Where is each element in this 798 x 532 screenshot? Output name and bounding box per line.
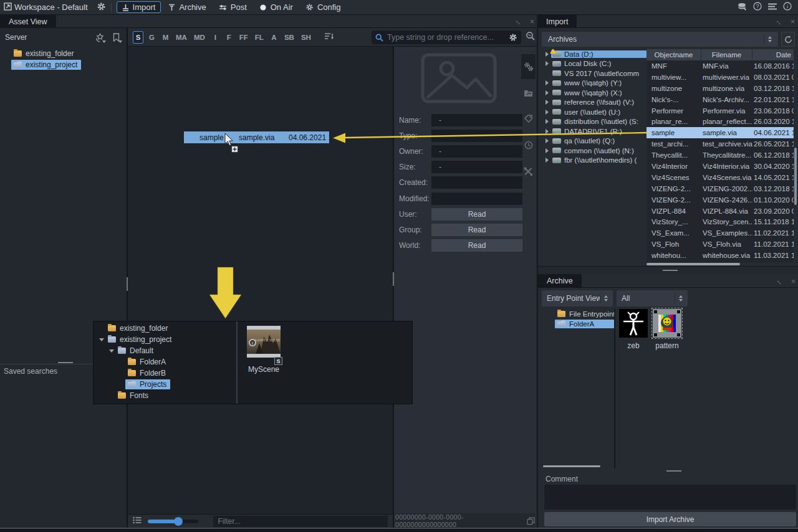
archive-table-row[interactable]: test_archi...test_archive.via26.05.2021 … [647,138,794,150]
drive-row-qa-autlet[interactable]: qa (\\autlet) (Q:) [541,136,647,146]
archive-filter-dropdown[interactable]: All [617,290,688,306]
archive-table-row[interactable]: multiview...multiviewer.via08.03.2021 0 [647,72,794,83]
thumbnail-pattern[interactable] [653,309,681,338]
bookmark-icon[interactable] [110,32,122,43]
archive-table-row[interactable]: planar_re...planar_reflect...26.03.2020 … [647,116,794,127]
entry-tree-row-foldera[interactable]: FolderA [541,319,614,329]
import-archive-button[interactable]: Import Archive [544,512,796,526]
filter-input[interactable]: Filter... [213,516,388,527]
workspace-label[interactable]: Workspace - Default [14,2,88,12]
list-view-icon[interactable] [133,516,142,526]
entry-tree-scrollbar[interactable] [543,465,612,468]
project-tree-item[interactable]: existing_folder [105,323,171,333]
drive-item[interactable]: VS 2017 (\\autlet\comm [551,70,642,77]
archive-table-row[interactable]: Viz4ScenesViz4Scenes.via14.05.2021 1 [647,172,794,183]
comment-textarea[interactable] [544,485,796,510]
drive-item[interactable]: Local Disk (C:) [551,60,613,67]
asset-view-expand-icon[interactable]: ↔ [514,17,523,26]
archives-dropdown[interactable]: Archives [542,32,778,47]
drive-item[interactable]: reference (\\fsaut) (V:) [551,98,637,106]
menu-archive-button[interactable]: Archive [163,2,211,12]
drive-item[interactable]: www (\\qatgh) (X:) [551,89,625,97]
asset-view-close-icon[interactable]: × [527,17,537,26]
advanced-search-icon[interactable] [526,31,536,43]
archive-table-row[interactable]: PerformerPerformer.via23.06.2018 0 [647,105,794,116]
drive-row-datadrive1[interactable]: DATADRIVE1 (R:) [541,126,647,136]
archive-table-row[interactable]: samplesample.via04.06.2021 1 [647,127,794,138]
entry-tree-row-file-entrypoint[interactable]: File Entrypoint [541,309,614,319]
archive-table-row[interactable]: VS_Exam...VS_Examples....11.02.2021 1 [647,227,794,239]
drive-row-data-d[interactable]: Data (D:) [541,49,647,59]
drive-row-distribution[interactable]: distribution (\\autlet) (S: [541,117,647,127]
archive-table-row[interactable]: VizStory_...VizStory_scen...15.11.2018 1 [647,216,794,227]
thumbnail-zeb[interactable] [619,309,648,338]
type-filter-sb[interactable]: SB [282,31,296,44]
archive-table-row[interactable]: VIZPL-884VIZPL-884.via23.09.2020 0 [647,206,794,217]
drive-item[interactable]: common (\\autlet) (N:) [551,147,637,154]
archive-table-row[interactable]: Theycallit...Theycallitatre...06.12.2018… [647,150,794,161]
import-expand-icon[interactable]: ↔ [774,17,784,26]
search-input[interactable]: Type string or drop reference... [372,31,521,44]
tab-asset-view[interactable]: Asset View [0,15,56,28]
type-filter-f[interactable]: F [224,31,234,44]
settings-gears-icon[interactable] [521,54,536,79]
caret-right-icon[interactable] [543,158,551,163]
archive-table-header[interactable]: Objectname Filename Date [647,49,794,60]
archive-table-row[interactable]: VS_FlohVS_Floh.via11.02.2021 1 [647,239,794,250]
drive-item[interactable]: user (\\autlet) (U:) [551,108,623,116]
caret-right-icon[interactable] [543,80,551,85]
project-tree-row-foldera[interactable]: FolderA [94,356,236,368]
info-icon[interactable]: i [783,2,792,12]
dragged-asset-row[interactable]: sample sample.via 04.06.2021 1 [184,131,329,143]
type-filter-md[interactable]: MD [192,31,207,44]
sort-order-icon[interactable] [325,32,334,42]
copy-icon[interactable] [527,517,535,525]
caret-right-icon[interactable] [543,148,551,153]
caret-right-icon[interactable] [543,119,551,124]
drive-item[interactable]: Data (D:) [551,50,647,58]
project-tree-row-fonts[interactable]: Fonts [94,390,236,401]
help-icon[interactable]: ? [753,2,762,12]
archive-table-row[interactable]: VIZENG-2...VIZENG-2002...03.12.2018 1 [647,183,794,194]
folder-view-icon[interactable] [521,80,536,105]
type-filter-a[interactable]: A [269,31,279,44]
project-tree-row-folderb[interactable]: FolderB [94,368,236,379]
project-tree-item[interactable]: Fonts [115,391,152,401]
project-tree-item[interactable]: Default [115,346,157,356]
entry-tree-item[interactable]: File Entrypoint [555,310,614,318]
column-objectname[interactable]: Objectname [647,49,701,60]
drive-item[interactable]: distribution (\\autlet) (S: [551,118,641,125]
type-filter-g[interactable]: G [147,31,157,44]
comment-splitter-handle[interactable] [666,470,681,472]
type-filter-fl[interactable]: FL [253,31,266,44]
tab-archive[interactable]: Archive [538,274,582,287]
slider-thumb[interactable] [174,517,183,526]
project-tree-row-existing-folder[interactable]: existing_folder [94,323,236,334]
caret-down-icon[interactable] [97,338,105,341]
caret-right-icon[interactable] [543,110,551,115]
drive-row-user-autl[interactable]: user (\\autlet) (U:) [541,107,647,117]
history-clock-icon[interactable] [521,133,536,158]
archive-table-row[interactable]: Nick's-...Nick's-Archiv...22.01.2021 1 [647,94,794,105]
entry-point-view-dropdown[interactable]: Entry Point View [542,290,613,306]
search-settings-gear-icon[interactable] [509,33,517,42]
import-close-icon[interactable]: × [788,17,797,26]
drive-row-www-qatgh[interactable]: www (\\qatgh) (X:) [541,88,647,98]
column-date[interactable]: Date [752,49,794,60]
type-filter-m[interactable]: M [160,31,171,44]
server-tree-item[interactable]: existing_project [11,60,81,70]
project-tree-row-existing-project[interactable]: existing_project [94,334,236,345]
tools-icon[interactable] [521,159,536,184]
menu-onair-button[interactable]: On Air [254,2,298,12]
refresh-button[interactable] [781,32,795,47]
project-tree-item[interactable]: FolderA [125,357,170,367]
drive-item[interactable]: DATADRIVE1 (R:) [551,128,625,135]
tag-icon[interactable] [521,107,536,131]
entry-tree-item[interactable]: FolderA [555,320,614,328]
menu-post-button[interactable]: Post [214,2,252,12]
drive-row-common-au[interactable]: common (\\autlet) (N:) [541,146,647,156]
drive-row-www-qatgh[interactable]: www (\\qatgh) (Y:) [541,78,647,88]
drive-row-reference[interactable]: reference (\\fsaut) (V:) [541,98,647,108]
type-filter-ff[interactable]: FF [238,31,250,44]
type-filter-i[interactable]: I [210,31,221,44]
